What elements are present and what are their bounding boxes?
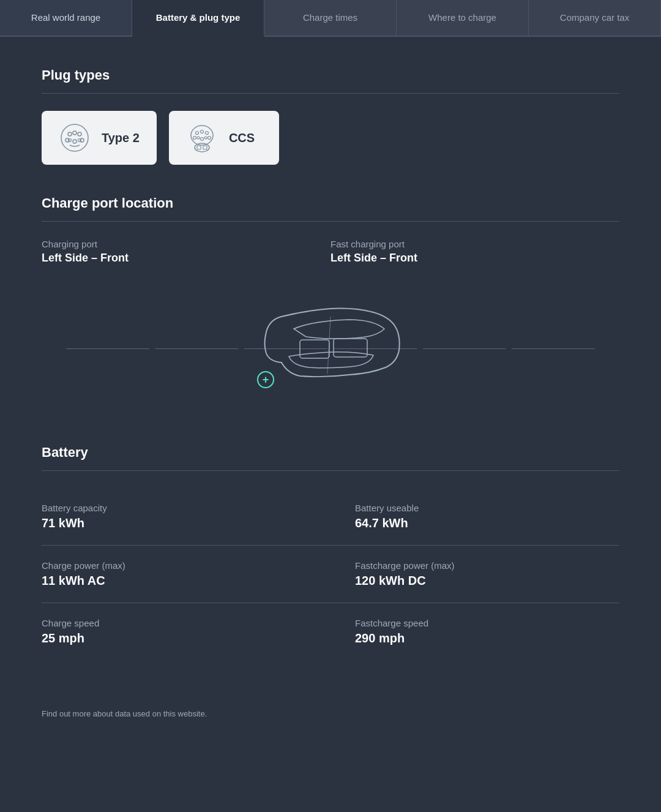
svg-point-10 (195, 132, 198, 135)
plug-types-title: Plug types (42, 67, 619, 83)
plug-ccs-label: CCS (229, 131, 255, 145)
svg-point-11 (205, 132, 208, 135)
dash-line-1 (66, 348, 149, 349)
car-diagram: + (42, 265, 619, 432)
charge-port-title: Charge port location (42, 195, 619, 211)
charge-port-section: Charge port location Charging port Left … (42, 195, 619, 432)
svg-point-14 (207, 137, 211, 140)
tab-company-car-tax[interactable]: Company car tax (529, 0, 661, 36)
charging-port-label: Charging port (42, 239, 306, 249)
plug-cards-container: Type 2 (42, 111, 619, 165)
charge-marker-plus: + (263, 374, 269, 385)
svg-rect-21 (300, 340, 329, 358)
svg-point-9 (191, 126, 213, 145)
battery-section: Battery Battery capacity 71 kWh Battery … (42, 445, 619, 660)
battery-capacity-value: 71 kWh (42, 516, 306, 530)
battery-useable-label: Battery useable (355, 503, 619, 513)
svg-point-0 (61, 124, 88, 151)
charging-port-value: Left Side – Front (42, 252, 306, 265)
tab-real-world-range[interactable]: Real world range (0, 0, 132, 36)
battery-useable-value: 64.7 kWh (355, 516, 619, 530)
dash-line-6 (512, 348, 595, 349)
fastcharge-power-label: Fastcharge power (max) (355, 560, 619, 571)
svg-rect-22 (334, 339, 367, 357)
battery-divider (42, 470, 619, 471)
svg-rect-19 (197, 146, 201, 149)
svg-point-17 (204, 137, 207, 139)
fastcharge-speed-label: Fastcharge speed (355, 618, 619, 628)
dash-line-5 (423, 348, 506, 349)
battery-capacity-label: Battery capacity (42, 503, 306, 513)
fast-charging-port-value: Left Side – Front (330, 252, 595, 265)
svg-point-15 (200, 130, 203, 133)
main-content: Plug types (0, 37, 661, 691)
svg-line-23 (327, 317, 330, 374)
svg-point-4 (73, 140, 77, 143)
charge-port-marker[interactable]: + (257, 371, 274, 388)
fast-charging-port-col: Fast charging port Left Side – Front (330, 239, 619, 265)
footer-note: Find out more about data used on this we… (0, 691, 661, 731)
port-info-row: Charging port Left Side – Front Fast cha… (42, 239, 619, 265)
car-svg-wrap: + (233, 283, 428, 408)
charge-port-divider (42, 221, 619, 222)
charge-power-label: Charge power (max) (42, 560, 306, 571)
battery-capacity-cell: Battery capacity 71 kWh (42, 488, 330, 546)
charge-speed-cell: Charge speed 25 mph (42, 603, 330, 660)
svg-point-13 (200, 138, 203, 141)
charge-speed-value: 25 mph (42, 631, 306, 645)
svg-point-16 (197, 137, 200, 139)
fastcharge-speed-cell: Fastcharge speed 290 mph (330, 603, 619, 660)
fastcharge-speed-value: 290 mph (355, 631, 619, 645)
ccs-plug-icon (186, 122, 218, 154)
footer-note-text: Find out more about data used on this we… (42, 709, 207, 718)
charge-power-value: 11 kWh AC (42, 574, 306, 588)
svg-rect-20 (203, 146, 207, 149)
plug-card-type2: Type 2 (42, 111, 157, 165)
plug-types-divider (42, 93, 619, 94)
battery-stats-grid: Battery capacity 71 kWh Battery useable … (42, 488, 619, 660)
fast-charging-port-label: Fast charging port (330, 239, 595, 249)
charge-power-cell: Charge power (max) 11 kWh AC (42, 546, 330, 603)
fastcharge-power-cell: Fastcharge power (max) 120 kWh DC (330, 546, 619, 603)
type2-plug-icon (59, 122, 91, 154)
charge-speed-label: Charge speed (42, 618, 306, 628)
tab-battery-plug-type[interactable]: Battery & plug type (132, 0, 264, 37)
battery-useable-cell: Battery useable 64.7 kWh (330, 488, 619, 546)
plug-card-ccs: CCS (169, 111, 279, 165)
svg-point-12 (193, 137, 196, 140)
charging-port-col: Charging port Left Side – Front (42, 239, 330, 265)
battery-title: Battery (42, 445, 619, 461)
plug-type2-label: Type 2 (102, 131, 140, 145)
tab-bar: Real world range Battery & plug type Cha… (0, 0, 661, 37)
plug-types-section: Plug types (42, 67, 619, 165)
fastcharge-power-value: 120 kWh DC (355, 574, 619, 588)
svg-point-1 (68, 132, 72, 136)
dash-line-2 (155, 348, 239, 349)
tab-charge-times[interactable]: Charge times (264, 0, 397, 36)
svg-point-6 (73, 131, 77, 135)
svg-point-2 (78, 132, 81, 136)
tab-where-to-charge[interactable]: Where to charge (397, 0, 529, 36)
